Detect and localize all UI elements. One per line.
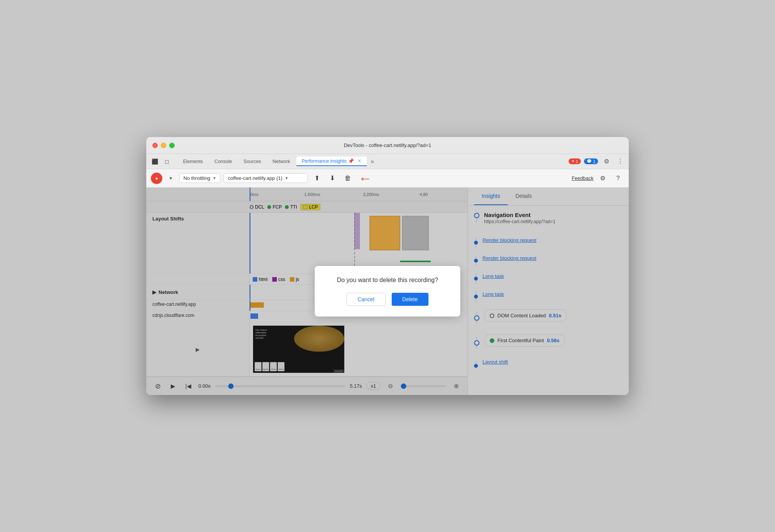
url-label: coffee-cart.netlify.app (1) — [228, 175, 283, 181]
fcp-circle — [474, 340, 479, 346]
feedback-button[interactable]: Feedback — [572, 175, 594, 181]
render-blocking-link-1[interactable]: Render blocking request — [482, 237, 536, 243]
zoom-out-button[interactable]: ⊖ — [385, 381, 396, 392]
dcl-marker: DCL — [250, 204, 264, 210]
html-legend-label: html — [259, 277, 268, 282]
filmstrip-play-icon[interactable]: ▶ — [193, 345, 203, 354]
layout-shifts-text: Layout Shifts — [152, 216, 184, 222]
error-badge-icon: ✕ — [571, 159, 575, 164]
layout-shifts-content[interactable] — [250, 213, 468, 274]
long-task-link-1[interactable]: Long task — [482, 273, 504, 279]
info-badge[interactable]: 💬 1 — [584, 158, 598, 164]
zoom-level: x1 — [366, 382, 380, 390]
coffee-item-1: Espresso — [255, 362, 262, 371]
render-blocking-2: Render blocking request — [474, 255, 623, 266]
playback-slider[interactable] — [215, 385, 345, 387]
cursor-icon[interactable]: ⬛ — [149, 156, 160, 167]
zoom-in-button[interactable]: ⊕ — [451, 381, 461, 392]
js-legend-label: js — [296, 277, 299, 282]
network-playhead — [250, 285, 250, 300]
tab-elements[interactable]: Elements — [178, 157, 208, 166]
tab-performance-insights-label: Performance insights — [302, 158, 347, 164]
settings-gear-icon[interactable]: ⚙ — [597, 172, 609, 184]
purple-layout-shift — [354, 213, 360, 249]
record-dropdown-arrow[interactable]: ▼ — [165, 173, 176, 184]
go-to-start-button[interactable]: |◀ — [183, 381, 194, 392]
render-blocking-1-dot — [474, 241, 478, 245]
coffee-item-4: milk foam — [278, 362, 284, 371]
tab-console[interactable]: Console — [209, 157, 237, 166]
cancel-button[interactable]: Cancel — [347, 293, 386, 306]
tab-performance-insights[interactable]: Performance insights 📌 ✕ — [296, 157, 367, 166]
tab-network[interactable]: Network — [267, 157, 296, 166]
pin-icon: 📌 — [348, 158, 354, 164]
network-text: Network — [159, 289, 178, 295]
render-blocking-link-2[interactable]: Render blocking request — [482, 255, 536, 261]
error-badge[interactable]: ✕ 1 — [569, 158, 581, 164]
ruler-mark-3200: 3,200ms — [363, 192, 379, 197]
more-options-icon[interactable]: ⋮ — [615, 156, 626, 167]
zoom-thumb[interactable] — [401, 383, 406, 389]
network-expand-icon[interactable]: ▶ — [152, 289, 156, 295]
insights-content[interactable]: Navigation Event https://coffee-cart.net… — [468, 206, 629, 395]
maximize-button[interactable] — [169, 143, 175, 148]
filmstrip-row: ▶ Free 1 bag ofcoffee beansfor purchaseo… — [146, 322, 468, 377]
help-icon[interactable]: ? — [612, 172, 624, 184]
layout-shift-link[interactable]: Layout shift — [482, 359, 508, 365]
toolbar: ● ▼ No throttling ▼ coffee-cart.netlify.… — [146, 169, 629, 188]
throttling-arrow: ▼ — [213, 176, 216, 180]
delete-button[interactable]: Delete — [392, 293, 428, 306]
record-button[interactable]: ● — [151, 173, 162, 184]
delete-recording-button[interactable]: 🗑 — [342, 172, 354, 184]
fcp-metric-dot — [490, 338, 494, 343]
throttling-label: No throttling — [183, 175, 210, 181]
playback-thumb[interactable] — [228, 383, 234, 389]
thumbnail-1[interactable]: Free 1 bag ofcoffee beansfor purchaseove… — [253, 325, 345, 373]
tab-details[interactable]: Details — [508, 188, 540, 205]
network-row-1-label: coffee-cart.netlify.app — [146, 300, 250, 311]
network-row-2-label: cdnjs.cloudflare.com — [146, 311, 250, 322]
traffic-lights — [152, 143, 175, 148]
render-blocking-2-dot — [474, 259, 478, 263]
ruler-mark-0: 0ms — [250, 192, 258, 197]
legend-html: html — [253, 277, 268, 282]
insights-panel: Insights Details Navigation Event https:… — [468, 188, 629, 395]
total-time: 5.17s — [350, 383, 362, 389]
css-legend-label: css — [278, 277, 285, 282]
no-recording-icon[interactable]: ⊘ — [152, 381, 163, 392]
coffee-cup-image — [294, 326, 344, 352]
cart-total-bar: Total: $0.00 — [333, 369, 344, 373]
lcp-gray-rect — [402, 216, 429, 250]
tab-insights[interactable]: Insights — [474, 188, 508, 205]
tab-right-icons: ✕ 1 💬 1 ⚙ ⋮ — [569, 156, 626, 167]
modal-buttons: Cancel Delete — [327, 293, 448, 306]
info-badge-count: 1 — [593, 159, 595, 164]
throttling-dropdown[interactable]: No throttling ▼ — [179, 173, 221, 183]
play-button[interactable]: ▶ — [168, 381, 178, 392]
more-tabs-btn[interactable]: » — [368, 158, 377, 165]
download-icon[interactable]: ⬇ — [326, 172, 338, 184]
url-dropdown[interactable]: coffee-cart.netlify.app (1) ▼ — [224, 173, 308, 183]
layout-shifts-label: Layout Shifts — [146, 213, 250, 274]
dcl-metric-time: 0.51s — [549, 313, 561, 318]
layout-shifts-track: Layout Shifts — [146, 213, 468, 274]
long-task-link-2[interactable]: Long task — [482, 291, 504, 297]
nbar-line — [250, 300, 250, 311]
titlebar: DevTools - coffee-cart.netlify.app/?ad=1 — [146, 137, 629, 154]
fcp-marker: FCP — [267, 204, 282, 210]
zoom-slider[interactable] — [400, 385, 446, 387]
upload-icon[interactable]: ⬆ — [311, 172, 323, 184]
coffee-item-3: milk foam — [270, 362, 277, 371]
close-button[interactable] — [152, 143, 158, 148]
filmstrip-thumbnails[interactable]: Free 1 bag ofcoffee beansfor purchaseove… — [250, 322, 468, 376]
css-legend-dot — [272, 277, 277, 282]
tab-sources[interactable]: Sources — [238, 157, 267, 166]
coffee-item-2: Cappuccino — [262, 362, 269, 371]
dock-icon[interactable]: ◻ — [162, 156, 172, 167]
settings-icon[interactable]: ⚙ — [601, 156, 612, 167]
info-badge-icon: 💬 — [587, 159, 592, 164]
minimize-button[interactable] — [161, 143, 166, 148]
long-task-2-dot — [474, 295, 478, 299]
fcp-metric-label: First Contentful Paint — [497, 338, 544, 343]
tab-close-button[interactable]: ✕ — [357, 158, 361, 164]
